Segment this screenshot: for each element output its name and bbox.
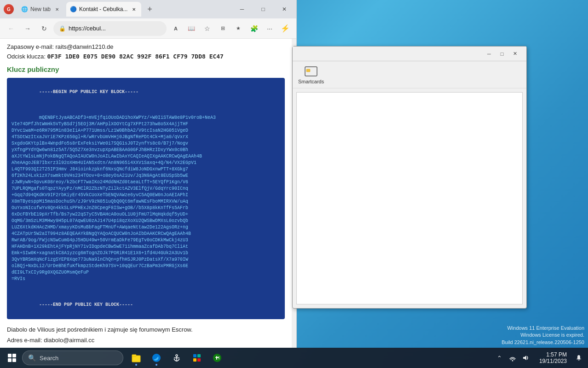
tab-label-2: Kontakt - Cebulka...	[79, 6, 127, 12]
smartcard-win-buttons: ─ □ ✕	[483, 49, 521, 59]
license-line-3: Build 22621.ni_release.220506-1250	[502, 339, 584, 346]
pgp-block: -----BEGIN PGP PUBLIC KEY BLOCK----- mQE…	[7, 78, 285, 319]
lock-icon: 🔒	[59, 25, 66, 32]
back-button[interactable]: ←	[4, 21, 18, 36]
svg-point-15	[219, 356, 219, 357]
search-text: Search	[40, 355, 58, 362]
svg-rect-10	[193, 358, 196, 362]
tab-kontakt[interactable]: 🔵 Kontakt - Cebulka... ✕	[66, 2, 141, 17]
svg-rect-14	[215, 357, 219, 358]
taskbar-apps	[127, 349, 226, 367]
minimize-button[interactable]: ─	[232, 2, 252, 17]
clock-time: 1:57 PM	[546, 351, 567, 358]
smartcard-icon-button[interactable]: Smartcards	[298, 65, 324, 84]
tab-bar: G 🌐 New tab ✕ 🔵 Kontakt - Cebulka... ✕ +…	[0, 0, 296, 18]
tab-close-1[interactable]: ✕	[53, 6, 61, 13]
fingerprint-value: 0F3F 1DE0 E075 DE90 82AC 992F 86F1 CF79 …	[47, 53, 224, 60]
search-icon: 🔍	[28, 354, 36, 362]
sc-close-button[interactable]: ✕	[509, 49, 521, 59]
svg-rect-11	[197, 358, 201, 362]
taskbar-app-store[interactable]	[188, 349, 206, 367]
reader-button[interactable]: 📖	[184, 21, 199, 36]
backup-email-line: Zapasowy e-mail: raits@danwin1210.de	[7, 43, 285, 50]
svg-point-17	[512, 360, 513, 362]
address-label: Adres e-mail:	[7, 337, 42, 344]
toolbar-right: A 📖 ☆ ⊞ ★ 🧩 ··· ⚡	[168, 21, 293, 36]
address-label-line: Adres e-mail: diabolo@airmail.cc	[7, 337, 285, 344]
taskbar-right: ⌃ 1:57 PM 19/11/2023	[492, 351, 584, 364]
backup-email-value: raits@danwin1210.de	[56, 43, 114, 50]
url-text: https://cebul...	[69, 25, 161, 32]
window-controls: ─ □ ✕	[232, 2, 294, 17]
pgp-end: -----END PGP PUBLIC KEY BLOCK-----	[39, 302, 133, 307]
profile-icon: G	[4, 4, 14, 14]
forward-button[interactable]: →	[20, 21, 35, 36]
license-line-1: Windows 11 Enterprise Evaluation	[502, 325, 584, 332]
svg-point-16	[219, 358, 219, 359]
clock-date: 19/11/2023	[539, 358, 567, 364]
fingerprint-label: Odcisk klucza:	[7, 53, 46, 60]
browser-window: G 🌐 New tab ✕ 🔵 Kontakt - Cebulka... ✕ +…	[0, 0, 297, 348]
maximize-button[interactable]: □	[253, 2, 273, 17]
tray-network[interactable]	[507, 352, 518, 363]
app-active-dot-edge	[156, 364, 157, 366]
desktop: G 🌐 New tab ✕ 🔵 Kontakt - Cebulka... ✕ +…	[0, 0, 588, 368]
more-button[interactable]: ···	[262, 21, 277, 36]
fingerprint-line: Odcisk klucza: 0F3F 1DE0 E075 DE90 82AC …	[7, 53, 285, 60]
pgp-begin: -----BEGIN PGP PUBLIC KEY BLOCK-----	[39, 89, 138, 94]
split-button[interactable]: ⊞	[215, 21, 230, 36]
tab-favicon-2: 🔵	[70, 6, 76, 12]
svg-rect-9	[197, 354, 201, 357]
tab-label-1: New tab	[30, 6, 51, 12]
address-value: diabolo@airmail.cc	[44, 337, 94, 344]
tab-new-tab[interactable]: 🌐 New tab ✕	[17, 2, 64, 17]
svg-rect-8	[193, 354, 196, 357]
smartcard-body	[296, 92, 523, 304]
license-notice: Windows 11 Enterprise Evaluation Windows…	[502, 325, 584, 346]
description-text: Diabolo de Vilious jest pośrednikiem i z…	[7, 326, 285, 333]
refresh-button[interactable]: ↻	[37, 21, 52, 36]
svg-point-4	[152, 354, 161, 362]
notification-bell[interactable]	[573, 352, 584, 363]
translate-button[interactable]: A	[168, 21, 183, 36]
tab-favicon-1: 🌐	[21, 6, 28, 12]
smartcard-titlebar: ─ □ ✕	[293, 47, 526, 61]
smartcard-toolbar: Smartcards	[293, 61, 526, 88]
taskbar-app-game[interactable]	[208, 349, 226, 367]
pgp-body: mQENBFtJyaABCADf3+mVEjfqiOUoDAD1hoXWPYz/…	[12, 115, 216, 281]
svg-rect-3	[132, 355, 136, 356]
content-area: Zapasowy e-mail: raits@danwin1210.de Odc…	[0, 39, 296, 348]
address-bar[interactable]: 🔒 https://cebul...	[53, 21, 167, 36]
smartcard-label: Smartcards	[298, 79, 324, 84]
smartcard-window: ─ □ ✕ Smartcards	[292, 46, 527, 309]
smartcard-icon	[304, 65, 318, 78]
taskbar-app-anchor[interactable]	[167, 349, 186, 367]
svg-point-5	[176, 355, 178, 356]
profile-button[interactable]: G	[2, 2, 16, 16]
taskbar-search[interactable]: 🔍 Search	[22, 350, 123, 365]
extensions-button[interactable]: 🧩	[247, 21, 261, 36]
start-button[interactable]	[4, 350, 20, 366]
favorites-button[interactable]: ☆	[200, 21, 214, 36]
taskbar-app-edge[interactable]	[147, 349, 166, 367]
clock-area[interactable]: 1:57 PM 19/11/2023	[536, 351, 571, 364]
public-key-title: Klucz publiczny	[7, 65, 285, 73]
taskbar: 🔍 Search	[0, 348, 588, 368]
tray-sound[interactable]	[520, 352, 531, 363]
browser-toolbar: ← → ↻ 🔒 https://cebul... A 📖 ☆ ⊞ ★ 🧩 ···…	[0, 18, 296, 39]
system-tray: ⌃	[492, 352, 533, 363]
tab-close-2[interactable]: ✕	[130, 6, 138, 13]
tray-chevron[interactable]: ⌃	[494, 352, 505, 363]
sc-minimize-button[interactable]: ─	[483, 49, 495, 59]
edge-icon-button[interactable]: ⚡	[278, 21, 293, 36]
license-line-2: Windows License is expired.	[502, 332, 584, 339]
svg-rect-1	[306, 69, 310, 72]
new-tab-button[interactable]: +	[143, 3, 156, 16]
backup-email-label: Zapasowy e-mail:	[7, 43, 54, 50]
page-content: Zapasowy e-mail: raits@danwin1210.de Odc…	[0, 39, 292, 348]
close-button[interactable]: ✕	[274, 2, 294, 17]
taskbar-app-explorer[interactable]	[127, 349, 145, 367]
sc-maximize-button[interactable]: □	[496, 49, 508, 59]
collections-button[interactable]: ★	[231, 21, 246, 36]
app-active-dot	[135, 364, 137, 366]
